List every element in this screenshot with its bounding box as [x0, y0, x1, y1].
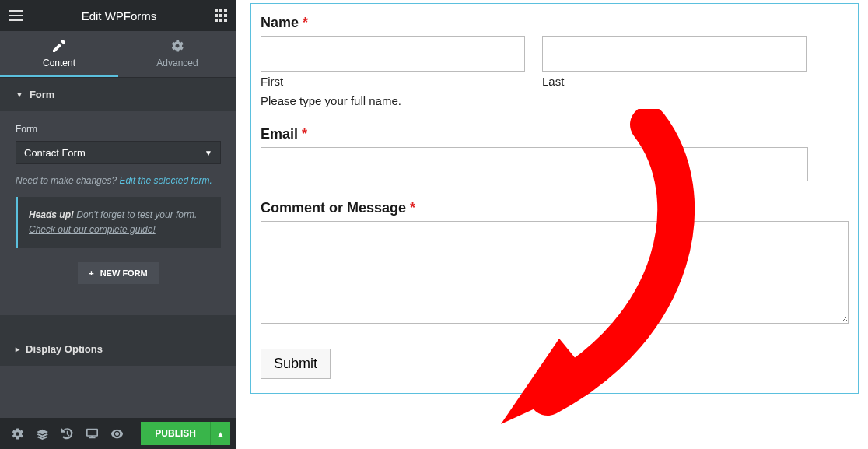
caret-right-icon: ▸ [16, 345, 19, 353]
form-preview[interactable]: Name * First Last Please type your full … [250, 3, 859, 394]
apps-grid-icon[interactable] [215, 9, 227, 22]
comment-field-label: Comment or Message * [261, 200, 849, 216]
caret-down-icon: ▼ [16, 90, 23, 99]
email-field-label: Email * [261, 126, 849, 142]
tab-content-label: Content [43, 58, 75, 68]
publish-button[interactable]: PUBLISH [141, 422, 210, 445]
publish-more-button[interactable]: ▲ [210, 422, 230, 445]
name-description: Please type your full name. [261, 94, 849, 107]
section-header-form[interactable]: ▼ Form [0, 78, 236, 111]
preview-pane: Name * First Last Please type your full … [236, 0, 868, 449]
notice-box: Heads up! Don't forget to test your form… [16, 197, 221, 248]
section-gap [0, 315, 236, 332]
tab-advanced[interactable]: Advanced [118, 31, 236, 77]
menu-icon[interactable] [9, 10, 23, 21]
chevron-down-icon: ▼ [205, 149, 212, 157]
helper-prefix: Need to make changes? [16, 175, 119, 186]
editor-topbar: Edit WPForms [0, 0, 236, 31]
required-icon: * [302, 126, 307, 142]
notice-guide-link[interactable]: Check out our complete guide! [29, 224, 156, 235]
last-name-input[interactable] [542, 36, 807, 72]
first-name-input[interactable] [261, 36, 525, 72]
section-body-form: Form Contact Form ▼ Need to make changes… [0, 111, 236, 315]
tab-advanced-label: Advanced [156, 58, 198, 68]
tab-content[interactable]: Content [0, 31, 118, 77]
email-input[interactable] [261, 147, 808, 181]
section-title: Form [30, 89, 55, 100]
preview-icon[interactable] [106, 423, 128, 444]
history-icon[interactable] [56, 423, 78, 444]
new-form-button[interactable]: + NEW FORM [78, 262, 159, 284]
plus-icon: + [89, 268, 93, 278]
required-icon: * [410, 200, 415, 216]
form-select-value: Contact Form [24, 147, 86, 159]
comment-textarea[interactable] [261, 221, 849, 324]
required-icon: * [303, 15, 308, 30]
edit-form-link[interactable]: Edit the selected form. [119, 175, 212, 186]
section-display-title: Display Options [26, 343, 103, 355]
new-form-label: NEW FORM [100, 268, 148, 278]
pencil-icon [53, 40, 65, 54]
submit-button[interactable]: Submit [261, 349, 331, 379]
notice-strong: Heads up! [29, 209, 74, 220]
navigator-icon[interactable] [31, 423, 53, 444]
responsive-icon[interactable] [81, 423, 103, 444]
panel-title: Edit WPForms [82, 9, 157, 23]
bottombar: PUBLISH ▲ [0, 418, 236, 449]
form-label: Form [16, 124, 221, 135]
first-sublabel: First [261, 75, 525, 88]
helper-text: Need to make changes? Edit the selected … [16, 175, 221, 186]
section-header-display[interactable]: ▸ Display Options [0, 332, 236, 366]
last-sublabel: Last [542, 75, 807, 88]
settings-icon[interactable] [6, 423, 28, 444]
gear-icon [171, 40, 184, 54]
notice-text: Don't forget to test your form. [74, 209, 197, 220]
name-field-label: Name * [261, 15, 849, 31]
tabs: Content Advanced [0, 31, 236, 78]
form-select[interactable]: Contact Form ▼ [16, 141, 221, 164]
editor-sidebar: Edit WPForms Content Advanced ▼ Form For… [0, 0, 236, 449]
